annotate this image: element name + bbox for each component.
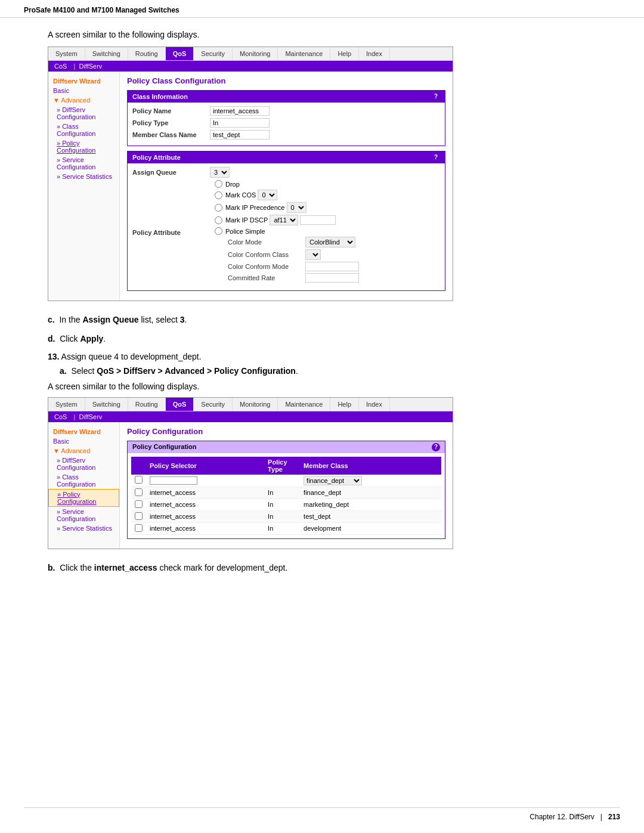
sidebar-advanced-1[interactable]: ▼ Advanced — [48, 95, 119, 105]
assign-queue-select[interactable]: 3 012 4567 — [210, 167, 230, 178]
nav-monitoring-1[interactable]: Monitoring — [233, 47, 278, 60]
row-selector-2: internet_access — [150, 501, 196, 508]
color-mode-select[interactable]: ColorBlind ColorAware — [305, 237, 355, 247]
nav-bar-2: System Switching Routing QoS Security Mo… — [48, 398, 453, 411]
policy-attribute-label: Policy Attribute — [132, 229, 210, 236]
col-check — [131, 457, 146, 475]
row-check-4[interactable] — [135, 524, 143, 532]
radio-police[interactable] — [215, 227, 222, 235]
header-title: ProSafe M4100 and M7100 Managed Switches — [24, 6, 179, 14]
member-class-select[interactable]: finance_dept marketing_dept test_dept de… — [304, 476, 362, 485]
sidebar-basic-1[interactable]: Basic — [48, 86, 119, 95]
sidebar-service-stats-2[interactable]: » Service Statistics — [48, 524, 119, 533]
sub-nav-1: CoS | DiffServ — [48, 61, 453, 72]
row-member-3: test_dept — [304, 513, 330, 520]
policy-attr-help-icon[interactable]: ? — [432, 153, 440, 162]
nav-routing-2[interactable]: Routing — [128, 398, 166, 411]
sidebar-diffserv-wizard-1[interactable]: Diffserv Wizard — [48, 76, 119, 86]
radio-markcos[interactable] — [215, 191, 222, 199]
row-member-2: marketing_dept — [304, 501, 349, 508]
nav-security-1[interactable]: Security — [194, 47, 233, 60]
row-selector-3: internet_access — [150, 513, 196, 520]
nav-index-2[interactable]: Index — [359, 398, 390, 411]
sidebar-service-config-2[interactable]: » ServiceConfiguration — [48, 507, 119, 524]
markip-select[interactable]: 0 — [287, 202, 306, 213]
sidebar-advanced-2[interactable]: ▼ Advanced — [48, 446, 119, 456]
subnav-diffserv-1[interactable]: DiffServ — [79, 63, 102, 70]
nav-maintenance-1[interactable]: Maintenance — [278, 47, 330, 60]
class-info-header: Class Information ? — [128, 91, 445, 103]
sidebar-policy-config-1[interactable]: » PolicyConfiguration — [48, 138, 119, 155]
row-check-2[interactable] — [135, 500, 143, 508]
nav-index-1[interactable]: Index — [359, 47, 390, 60]
policy-config-help-icon[interactable]: ? — [432, 443, 440, 451]
radio-markdscp[interactable] — [215, 216, 222, 224]
markdscp-input[interactable] — [300, 215, 336, 225]
step-13a: a. Select QoS > DiffServ > Advanced > Po… — [60, 366, 596, 376]
policy-table: Policy Selector Policy Type Member Class — [131, 457, 441, 535]
radio-drop[interactable] — [215, 180, 222, 188]
nav-qos-2[interactable]: QoS — [166, 398, 194, 411]
row-selector-4: internet_access — [150, 525, 196, 532]
instruction-d: d. Click Apply. — [48, 332, 596, 345]
intro-text-2: A screen similar to the following displa… — [48, 382, 596, 391]
row-selector-input[interactable] — [150, 476, 197, 485]
radio-police-row: Police Simple — [210, 227, 359, 235]
sidebar-diffserv-config-1[interactable]: » DiffServConfiguration — [48, 105, 119, 122]
class-info-help-icon[interactable]: ? — [432, 92, 440, 101]
main-content-1: Policy Class Configuration Class Informa… — [120, 72, 453, 301]
row-type-3: In — [268, 513, 273, 520]
sidebar-policy-config-2[interactable]: » PolicyConfiguration — [48, 489, 119, 507]
nav-help-1[interactable]: Help — [330, 47, 359, 60]
nav-monitoring-2[interactable]: Monitoring — [233, 398, 278, 411]
policy-attr-box: Policy Attribute ? Assign Queue 3 012 45… — [127, 151, 445, 291]
policy-type-row: Policy Type In — [132, 118, 440, 128]
markdscp-select[interactable]: af11 — [270, 215, 298, 225]
color-mode-row: Color Mode ColorBlind ColorAware — [228, 237, 359, 247]
sidebar-diffserv-wizard-2[interactable]: Diffserv Wizard — [48, 427, 119, 436]
color-conform-class-select[interactable] — [305, 249, 321, 260]
nav-routing-1[interactable]: Routing — [128, 47, 166, 60]
nav-system-1[interactable]: System — [48, 47, 85, 60]
subnav-cos-1[interactable]: CoS — [54, 63, 67, 70]
sidebar-class-config-1[interactable]: » ClassConfiguration — [48, 122, 119, 138]
nav-help-2[interactable]: Help — [330, 398, 359, 411]
subnav-cos-2[interactable]: CoS — [54, 413, 67, 420]
committed-rate-input[interactable] — [305, 273, 359, 283]
sidebar-diffserv-config-2[interactable]: » DiffServConfiguration — [48, 456, 119, 472]
nav-system-2[interactable]: System — [48, 398, 85, 411]
radio-markcos-label: Mark COS — [225, 191, 256, 199]
subnav-diffserv-2[interactable]: DiffServ — [79, 413, 102, 420]
row-check-input[interactable] — [135, 476, 143, 484]
sidebar-service-stats-1[interactable]: » Service Statistics — [48, 172, 119, 181]
policy-class-config-title: Policy Class Configuration — [127, 76, 445, 85]
sidebar-class-config-2[interactable]: » ClassConfiguration — [48, 472, 119, 489]
radio-markdscp-label: Mark IP DSCP — [225, 216, 268, 224]
nav-switching-1[interactable]: Switching — [85, 47, 128, 60]
color-conform-mode-input[interactable] — [305, 262, 359, 271]
member-class-label: Member Class Name — [132, 131, 210, 138]
row-check-1[interactable] — [135, 488, 143, 496]
col-member: Member Class — [300, 457, 441, 475]
markcos-select[interactable]: 0 — [258, 190, 277, 200]
sidebar-basic-2[interactable]: Basic — [48, 436, 119, 446]
screenshot1: System Switching Routing QoS Security Mo… — [48, 47, 453, 301]
policy-config-box: Policy Configuration ? Policy Selector P… — [127, 441, 445, 539]
row-check-3[interactable] — [135, 512, 143, 520]
row-type-2: In — [268, 501, 273, 508]
screenshot2-body: Diffserv Wizard Basic ▼ Advanced » DiffS… — [48, 422, 453, 549]
nav-security-2[interactable]: Security — [194, 398, 233, 411]
footer-chapter: Chapter 12. DiffServ | 213 — [530, 813, 620, 821]
table-row: internet_access In test_dept — [131, 510, 441, 522]
nav-qos-1[interactable]: QoS — [166, 47, 194, 60]
sidebar-service-config-1[interactable]: » ServiceConfiguration — [48, 155, 119, 172]
radio-markip[interactable] — [215, 204, 222, 212]
table-row: internet_access In finance_dept — [131, 487, 441, 498]
policy-type-label: Policy Type — [132, 119, 210, 126]
page-header: ProSafe M4100 and M7100 Managed Switches — [0, 0, 644, 18]
policy-config-header: Policy Configuration ? — [128, 441, 445, 453]
radio-drop-row: Drop — [210, 180, 359, 188]
nav-switching-2[interactable]: Switching — [85, 398, 128, 411]
nav-maintenance-2[interactable]: Maintenance — [278, 398, 330, 411]
col-type: Policy Type — [264, 457, 300, 475]
